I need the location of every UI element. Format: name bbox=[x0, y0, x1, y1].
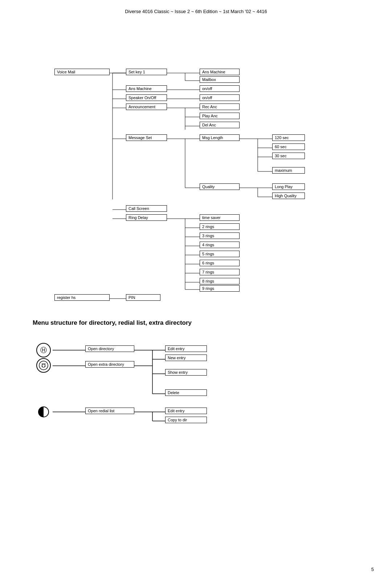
box-maximum: maximum bbox=[272, 167, 305, 174]
box-pin: PIN bbox=[126, 294, 160, 301]
box-ring-delay: Ring Delay bbox=[126, 214, 167, 221]
box-copy-to-dir: Copy to dir bbox=[165, 417, 207, 423]
box-sec120: 120 sec bbox=[272, 134, 305, 141]
box-open-extra-directory: Open extra directory bbox=[85, 361, 134, 368]
diagram1: Voice Mail register hs Set key 1 Ans Mac… bbox=[33, 29, 359, 305]
box-delete: Delete bbox=[165, 389, 207, 396]
box-msg-length: Msg Length bbox=[200, 134, 240, 141]
diagram2: Ⓗ Open directory Open extra directory Op… bbox=[33, 337, 359, 439]
box-rings9: 9 rings bbox=[200, 285, 240, 292]
box-sec60: 60 sec bbox=[272, 143, 305, 150]
directory-icon: Ⓗ bbox=[36, 343, 51, 357]
box-open-redial-list: Open redial list bbox=[85, 408, 134, 414]
box-on-off2: on/off bbox=[200, 94, 240, 101]
box-long-play: Long Play bbox=[272, 183, 305, 190]
box-rings2: 2 rings bbox=[200, 223, 240, 230]
box-ans-machine-top: Ans Machine bbox=[200, 69, 240, 75]
svg-point-67 bbox=[45, 366, 46, 367]
box-open-directory: Open directory bbox=[85, 345, 134, 352]
box-register-hs: register hs bbox=[54, 294, 110, 301]
box-announcement: Announcement bbox=[126, 104, 167, 110]
extra-directory-icon bbox=[36, 358, 51, 373]
box-rings4: 4 rings bbox=[200, 242, 240, 248]
box-set-key-1: Set key 1 bbox=[126, 69, 167, 75]
box-quality: Quality bbox=[200, 183, 240, 190]
box-edit-entry2: Edit entry bbox=[165, 408, 207, 414]
section2-title: Menu structure for directory, redial lis… bbox=[33, 319, 392, 327]
box-voice-mail: Voice Mail bbox=[54, 69, 110, 75]
diagram2-svg bbox=[33, 337, 359, 439]
box-time-saver: time saver bbox=[200, 214, 240, 221]
box-rec-anc: Rec Anc bbox=[200, 104, 240, 110]
page-number: 5 bbox=[371, 567, 374, 572]
box-del-anc: Del Anc bbox=[200, 122, 240, 128]
box-rings6: 6 rings bbox=[200, 260, 240, 266]
box-new-entry: New entry bbox=[165, 355, 207, 361]
box-high-quality: High Quality bbox=[272, 193, 305, 199]
box-mailbox: Mailbox bbox=[200, 76, 240, 83]
box-rings3: 3 rings bbox=[200, 232, 240, 239]
box-play-anc: Play Anc bbox=[200, 113, 240, 119]
svg-point-65 bbox=[39, 361, 48, 370]
box-ans-machine: Ans Machine bbox=[126, 85, 167, 92]
box-on-off1: on/off bbox=[200, 85, 240, 92]
header-title: Diverse 4016 Classic ~ Issue 2 ~ 6th Edi… bbox=[125, 9, 267, 14]
box-rings5: 5 rings bbox=[200, 251, 240, 257]
box-call-screen: Call Screen bbox=[126, 205, 167, 212]
svg-point-66 bbox=[42, 366, 43, 367]
box-show-entry: Show entry bbox=[165, 369, 207, 376]
box-speaker-onoff: Speaker On/Off bbox=[126, 94, 167, 101]
box-message-set: Message Set bbox=[126, 134, 167, 141]
page-header: Diverse 4016 Classic ~ Issue 2 ~ 6th Edi… bbox=[0, 0, 392, 18]
box-rings8: 8 rings bbox=[200, 278, 240, 284]
box-sec30: 30 sec bbox=[272, 153, 305, 159]
box-rings7: 7 rings bbox=[200, 269, 240, 275]
box-edit-entry1: Edit entry bbox=[165, 345, 207, 352]
redial-icon bbox=[36, 405, 51, 419]
